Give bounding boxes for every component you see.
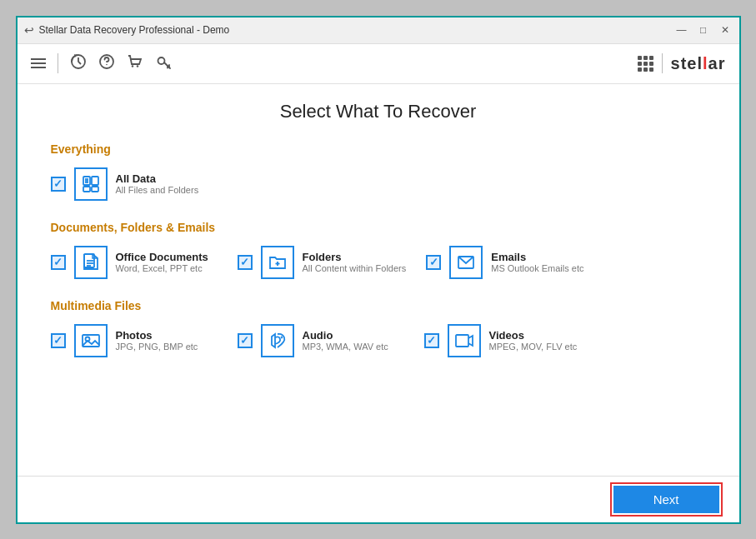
history-icon[interactable] <box>70 53 87 74</box>
option-subtitle-officedocs: Word, Excel, PPT etc <box>116 263 208 273</box>
option-title-folders: Folders <box>303 251 407 263</box>
icon-box-videos <box>448 324 481 357</box>
checkbox-emails[interactable]: ✓ <box>426 255 441 270</box>
option-subtitle-folders: All Content within Folders <box>303 263 407 273</box>
app-window: ↩ Stellar Data Recovery Professional - D… <box>16 16 741 524</box>
checkmark-alldata: ✓ <box>53 177 63 190</box>
checkbox-audio[interactable]: ✓ <box>238 333 253 348</box>
checkbox-officedocs[interactable]: ✓ <box>51 255 66 270</box>
grid-icon[interactable] <box>638 56 653 72</box>
option-title-officedocs: Office Documents <box>116 251 208 263</box>
option-subtitle-emails: MS Outlook Emails etc <box>491 263 583 273</box>
section-label-everything: Everything <box>51 142 706 156</box>
option-item-emails: ✓ Emails MS Outlook Emails etc <box>426 246 593 279</box>
svg-rect-10 <box>92 177 98 185</box>
option-text-audio: Audio MP3, WMA, WAV etc <box>303 329 388 352</box>
option-subtitle-alldata: All Files and Folders <box>116 185 199 195</box>
next-button[interactable]: Next <box>613 486 719 513</box>
checkbox-alldata[interactable]: ✓ <box>51 177 66 192</box>
option-item-videos: ✓ Videos MPEG, MOV, FLV etc <box>424 324 591 357</box>
section-everything: Everything ✓ <box>51 142 706 201</box>
title-bar-left: ↩ Stellar Data Recovery Professional - D… <box>24 23 230 37</box>
option-row-multimedia: ✓ Photos JPG, PNG, BMP etc <box>51 324 706 357</box>
toolbar-divider <box>58 53 58 73</box>
checkmark-videos: ✓ <box>427 334 436 347</box>
cart-icon[interactable] <box>127 53 143 74</box>
next-button-wrapper: Next <box>610 482 723 517</box>
brand-logo: stellar <box>671 54 726 73</box>
svg-point-3 <box>131 65 133 67</box>
option-row-everything: ✓ All Data <box>51 167 706 201</box>
section-label-multimedia: Multimedia Files <box>51 299 706 312</box>
section-multimedia: Multimedia Files ✓ Photo <box>51 299 706 357</box>
checkbox-videos[interactable]: ✓ <box>424 333 439 348</box>
toolbar-left <box>31 53 172 74</box>
brand-divider <box>662 53 663 73</box>
title-bar: ↩ Stellar Data Recovery Professional - D… <box>18 17 739 44</box>
title-bar-controls: — □ ✕ <box>674 22 733 37</box>
option-text-alldata: All Data All Files and Folders <box>116 172 199 195</box>
option-title-videos: Videos <box>489 329 578 342</box>
svg-point-4 <box>136 65 138 67</box>
checkmark-emails: ✓ <box>429 256 438 268</box>
back-icon: ↩ <box>24 23 34 37</box>
option-item-audio: ✓ Audio MP3, WMA, WAV etc <box>238 324 404 357</box>
checkbox-photos[interactable]: ✓ <box>51 333 66 348</box>
page-title: Select What To Recover <box>51 101 706 122</box>
option-text-folders: Folders All Content within Folders <box>303 251 407 273</box>
help-icon[interactable] <box>98 53 115 74</box>
svg-rect-23 <box>456 335 468 347</box>
window-title: Stellar Data Recovery Professional - Dem… <box>39 24 230 36</box>
maximize-button[interactable]: □ <box>696 22 711 37</box>
option-item-alldata: ✓ All Data <box>51 167 218 201</box>
option-text-emails: Emails MS Outlook Emails etc <box>491 251 583 273</box>
checkmark-audio: ✓ <box>240 334 249 347</box>
svg-rect-11 <box>83 187 90 192</box>
option-text-photos: Photos JPG, PNG, BMP etc <box>116 329 198 352</box>
svg-point-5 <box>158 57 164 64</box>
option-subtitle-photos: JPG, PNG, BMP etc <box>116 342 198 352</box>
section-label-documents: Documents, Folders & Emails <box>51 221 706 234</box>
option-text-officedocs: Office Documents Word, Excel, PPT etc <box>116 251 208 273</box>
svg-rect-20 <box>83 335 99 347</box>
icon-box-officedocs <box>74 246 108 279</box>
option-item-photos: ✓ Photos JPG, PNG, BMP etc <box>51 324 218 357</box>
option-title-audio: Audio <box>303 329 388 342</box>
svg-point-22 <box>281 337 282 337</box>
option-title-photos: Photos <box>116 329 198 342</box>
option-row-documents: ✓ Office Documents <box>51 246 706 279</box>
option-subtitle-videos: MPEG, MOV, FLV etc <box>489 342 578 352</box>
option-text-videos: Videos MPEG, MOV, FLV etc <box>489 329 578 352</box>
checkbox-folders[interactable]: ✓ <box>238 255 253 270</box>
hamburger-menu[interactable] <box>31 58 46 68</box>
option-title-emails: Emails <box>491 251 583 263</box>
main-content: Select What To Recover Everything ✓ <box>18 84 739 476</box>
svg-rect-12 <box>92 187 98 192</box>
checkmark-photos: ✓ <box>53 334 63 347</box>
option-item-officedocs: ✓ Office Documents <box>51 246 218 279</box>
icon-box-emails <box>449 246 483 279</box>
key-icon[interactable] <box>155 53 172 74</box>
option-item-folders: ✓ Folders All Content within Folders <box>238 246 407 279</box>
svg-point-2 <box>106 63 108 65</box>
footer: Next <box>18 476 739 522</box>
minimize-button[interactable]: — <box>674 22 689 37</box>
section-documents: Documents, Folders & Emails ✓ <box>51 221 706 279</box>
checkmark-folders: ✓ <box>240 256 249 268</box>
icon-box-folders <box>261 246 294 279</box>
option-title-alldata: All Data <box>116 172 199 185</box>
icon-box-photos <box>74 324 108 357</box>
icon-box-alldata <box>74 167 108 201</box>
option-subtitle-audio: MP3, WMA, WAV etc <box>303 342 388 352</box>
icon-box-audio <box>261 324 294 357</box>
checkmark-officedocs: ✓ <box>53 256 63 268</box>
close-button[interactable]: ✕ <box>718 22 733 37</box>
toolbar-right: stellar <box>638 53 726 73</box>
toolbar: stellar <box>18 44 739 84</box>
